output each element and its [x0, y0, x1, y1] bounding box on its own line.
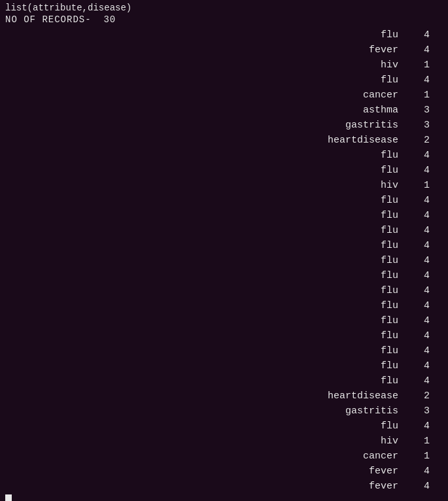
table-row: flu4 — [5, 373, 443, 389]
table-row: cancer1 — [5, 449, 443, 464]
disease-count: 4 — [404, 314, 443, 328]
disease-count: 2 — [404, 389, 443, 403]
disease-name: flu — [273, 269, 404, 283]
disease-name: flu — [273, 314, 404, 328]
disease-count: 4 — [404, 194, 443, 207]
disease-name: gastritis — [273, 404, 404, 418]
disease-count: 4 — [404, 464, 443, 478]
disease-count: 4 — [404, 299, 443, 313]
disease-name: flu — [273, 148, 404, 162]
disease-count: 1 — [404, 88, 443, 102]
disease-count: 4 — [404, 28, 443, 42]
table-row: flu4 — [5, 148, 443, 163]
header-line: list(attribute,disease) — [5, 3, 443, 13]
table-row: flu4 — [5, 73, 443, 88]
table-row: flu4 — [5, 313, 443, 328]
disease-name: heartdisease — [273, 133, 404, 147]
table-row: fever4 — [5, 479, 443, 494]
table-row: flu4 — [5, 163, 443, 178]
disease-name: fever — [273, 464, 404, 478]
disease-count: 3 — [404, 103, 443, 117]
disease-name: flu — [273, 419, 404, 433]
table-row: hiv1 — [5, 178, 443, 193]
table-row: heartdisease2 — [5, 389, 443, 404]
table-row: flu4 — [5, 283, 443, 298]
disease-count: 4 — [404, 224, 443, 237]
disease-name: flu — [273, 344, 404, 358]
table-row: hiv1 — [5, 58, 443, 73]
records-line: NO OF RECORDS- 30 — [5, 14, 443, 25]
disease-count: 1 — [404, 449, 443, 463]
disease-name: hiv — [273, 58, 404, 72]
disease-count: 1 — [404, 179, 443, 192]
data-table: flu4fever4hiv1flu4cancer1asthma3gastriti… — [5, 27, 443, 494]
disease-name: flu — [273, 73, 404, 87]
table-row: fever4 — [5, 43, 443, 58]
disease-count: 3 — [404, 404, 443, 418]
disease-count: 4 — [404, 148, 443, 162]
disease-count: 1 — [404, 58, 443, 72]
disease-name: fever — [273, 479, 404, 493]
disease-name: flu — [273, 299, 404, 313]
disease-count: 1 — [404, 434, 443, 448]
table-row: flu4 — [5, 223, 443, 238]
disease-count: 4 — [404, 329, 443, 343]
disease-name: flu — [273, 224, 404, 237]
table-row: flu4 — [5, 208, 443, 223]
table-row: flu4 — [5, 238, 443, 253]
disease-name: hiv — [273, 179, 404, 192]
disease-count: 4 — [404, 209, 443, 222]
disease-name: cancer — [273, 449, 404, 463]
disease-count: 4 — [404, 269, 443, 283]
table-row: gastritis3 — [5, 404, 443, 419]
records-count: 30 — [103, 14, 116, 25]
disease-count: 3 — [404, 118, 443, 132]
disease-name: cancer — [273, 88, 404, 102]
table-row: heartdisease2 — [5, 133, 443, 148]
disease-count: 2 — [404, 133, 443, 147]
disease-name: flu — [273, 239, 404, 252]
table-row: flu4 — [5, 419, 443, 434]
disease-name: flu — [273, 164, 404, 177]
table-row: flu4 — [5, 298, 443, 313]
table-row: flu4 — [5, 328, 443, 343]
disease-count: 4 — [404, 43, 443, 57]
disease-count: 4 — [404, 73, 443, 87]
disease-name: flu — [273, 209, 404, 222]
table-row: flu4 — [5, 27, 443, 43]
disease-name: asthma — [273, 103, 404, 117]
disease-name: flu — [273, 254, 404, 268]
disease-name: fever — [273, 43, 404, 57]
disease-name: hiv — [273, 434, 404, 448]
disease-count: 4 — [404, 164, 443, 177]
table-row: flu4 — [5, 343, 443, 358]
table-row: flu4 — [5, 358, 443, 373]
disease-count: 4 — [404, 254, 443, 268]
disease-name: flu — [273, 28, 404, 42]
table-row: fever4 — [5, 464, 443, 479]
table-row: gastritis3 — [5, 118, 443, 133]
disease-count: 4 — [404, 239, 443, 252]
disease-name: flu — [273, 359, 404, 373]
disease-name: flu — [273, 374, 404, 388]
table-row: hiv1 — [5, 434, 443, 449]
disease-name: flu — [273, 194, 404, 207]
table-row: asthma3 — [5, 103, 443, 118]
disease-count: 4 — [404, 359, 443, 373]
disease-name: heartdisease — [273, 389, 404, 403]
disease-name: flu — [273, 329, 404, 343]
table-row: flu4 — [5, 253, 443, 268]
disease-count: 4 — [404, 419, 443, 433]
disease-count: 4 — [404, 374, 443, 388]
records-label: NO OF RECORDS- — [5, 14, 92, 25]
disease-count: 4 — [404, 344, 443, 358]
table-row: cancer1 — [5, 88, 443, 103]
table-row: flu4 — [5, 193, 443, 208]
disease-count: 4 — [404, 479, 443, 493]
disease-count: 4 — [404, 284, 443, 298]
disease-name: gastritis — [273, 118, 404, 132]
disease-name: flu — [273, 284, 404, 298]
table-row: flu4 — [5, 268, 443, 283]
cursor — [5, 494, 443, 501]
